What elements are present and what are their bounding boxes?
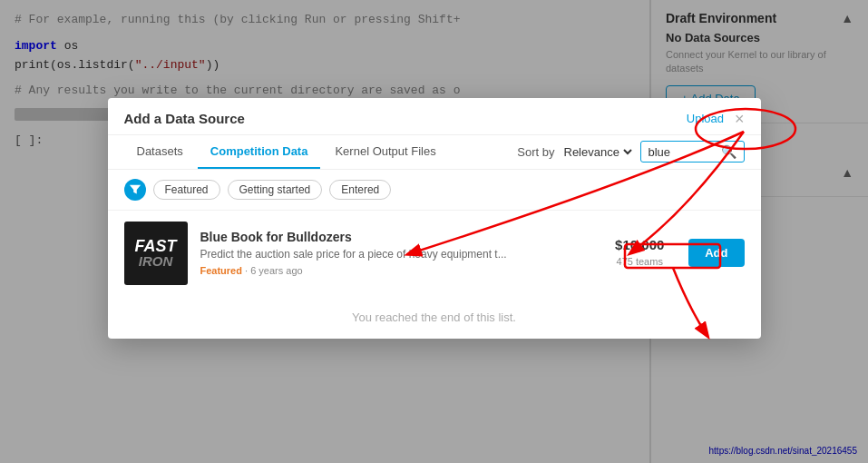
modal-tabs: Datasets Competition Data Kernel Output … [108, 135, 761, 170]
chip-entered[interactable]: Entered [329, 180, 391, 200]
filter-row: Featured Getting started Entered [108, 170, 761, 210]
close-button[interactable]: × [735, 111, 745, 127]
result-thumbnail: FAST IRON [124, 222, 188, 285]
prize-amount: $10,000 [603, 237, 676, 252]
filter-icon[interactable] [124, 179, 146, 201]
thumb-iron: IRON [134, 254, 176, 268]
tab-kernel-output[interactable]: Kernel Output Files [322, 135, 448, 169]
result-item: FAST IRON Blue Book for Bulldozers Predi… [108, 210, 761, 296]
chip-featured[interactable]: Featured [153, 180, 220, 200]
result-prize: $10,000 475 teams [603, 237, 676, 269]
search-box: 🔍 [640, 141, 745, 163]
tab-datasets[interactable]: Datasets [124, 135, 196, 169]
add-dataset-button[interactable]: Add [688, 239, 744, 267]
search-input[interactable] [649, 145, 721, 159]
thumbnail-art: FAST IRON [134, 238, 176, 268]
main-container: # For example, running this (by clicking… [0, 0, 868, 463]
search-icon[interactable]: 🔍 [721, 144, 736, 159]
chip-getting-started[interactable]: Getting started [228, 180, 323, 200]
sort-label: Sort by [517, 145, 554, 159]
result-age-value: 6 years ago [250, 265, 302, 276]
modal-header: Add a Data Source Upload × [108, 98, 761, 135]
modal-overlay: Add a Data Source Upload × Datasets Comp… [0, 0, 868, 463]
add-data-modal: Add a Data Source Upload × Datasets Comp… [108, 98, 761, 339]
result-info: Blue Book for Bulldozers Predict the auc… [200, 230, 591, 277]
thumb-fast: FAST [134, 238, 176, 254]
result-desc: Predict the auction sale price for a pie… [200, 247, 591, 262]
result-meta: Featured · 6 years ago [200, 265, 591, 276]
result-title: Blue Book for Bulldozers [200, 230, 591, 244]
modal-header-right: Upload × [687, 111, 745, 127]
featured-tag: Featured [200, 265, 242, 276]
tab-competition[interactable]: Competition Data [198, 135, 321, 169]
modal-title: Add a Data Source [124, 111, 245, 126]
funnel-svg [129, 183, 141, 196]
sort-area: Sort by Relevance Date Size 🔍 [517, 141, 744, 163]
prize-teams: 475 teams [617, 256, 663, 267]
end-message: You reached the end of this list. [108, 296, 761, 339]
sort-select[interactable]: Relevance Date Size [561, 144, 635, 160]
upload-link[interactable]: Upload [687, 112, 724, 125]
